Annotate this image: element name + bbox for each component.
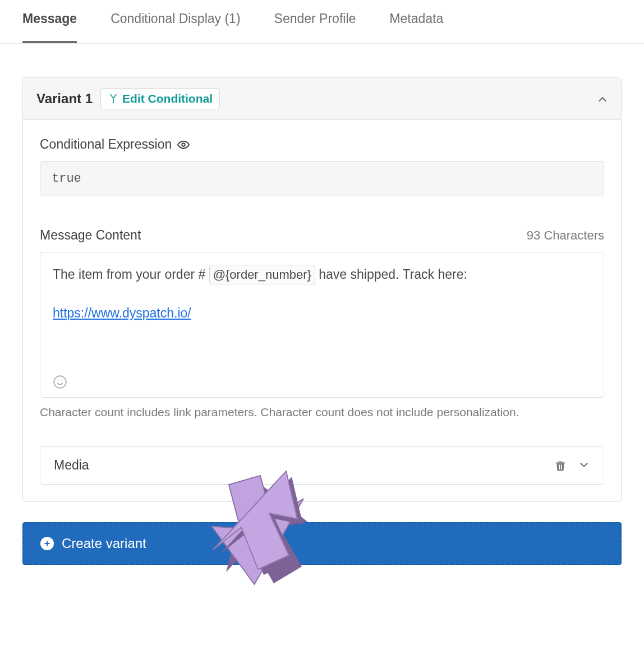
variant-header[interactable]: Variant 1 Edit Conditional (23, 78, 621, 120)
character-count-hint: Character count includes link parameters… (40, 406, 604, 419)
message-content-label: Message Content (40, 228, 141, 243)
edit-conditional-button[interactable]: Edit Conditional (100, 88, 220, 109)
message-content-editor[interactable]: The item from your order # @{order_numbe… (40, 252, 604, 398)
variant-panel: Variant 1 Edit Conditional Conditional E… (22, 77, 622, 502)
chevron-down-icon[interactable] (578, 459, 590, 472)
media-label: Media (54, 458, 89, 473)
branch-icon (108, 93, 119, 104)
eye-icon[interactable] (177, 139, 190, 151)
media-section[interactable]: Media (40, 446, 604, 485)
variant-title: Variant 1 (36, 91, 93, 107)
tab-metadata[interactable]: Metadata (389, 11, 443, 43)
plus-icon: + (40, 537, 54, 550)
tab-message[interactable]: Message (22, 11, 77, 43)
create-variant-button[interactable]: + Create variant (22, 522, 622, 565)
edit-conditional-label: Edit Conditional (122, 92, 213, 105)
content-text-prefix: The item from your order # (53, 267, 209, 282)
svg-point-1 (54, 376, 66, 388)
content-link[interactable]: https://www.dyspatch.io/ (53, 303, 191, 323)
conditional-expression-input[interactable]: true (40, 161, 604, 196)
create-variant-label: Create variant (62, 536, 146, 551)
variable-token[interactable]: @{order_number} (209, 265, 315, 284)
emoji-icon[interactable] (53, 375, 67, 389)
svg-point-0 (182, 143, 186, 146)
chevron-up-icon[interactable] (596, 93, 608, 104)
trash-icon[interactable] (554, 459, 567, 472)
tabs-bar: Message Conditional Display (1) Sender P… (0, 0, 644, 44)
tab-conditional-display[interactable]: Conditional Display (1) (111, 11, 240, 43)
character-count: 93 Characters (527, 228, 604, 243)
conditional-expression-label: Conditional Expression (40, 137, 172, 152)
tab-sender-profile[interactable]: Sender Profile (274, 11, 356, 43)
content-text-suffix: have shipped. Track here: (315, 267, 467, 282)
